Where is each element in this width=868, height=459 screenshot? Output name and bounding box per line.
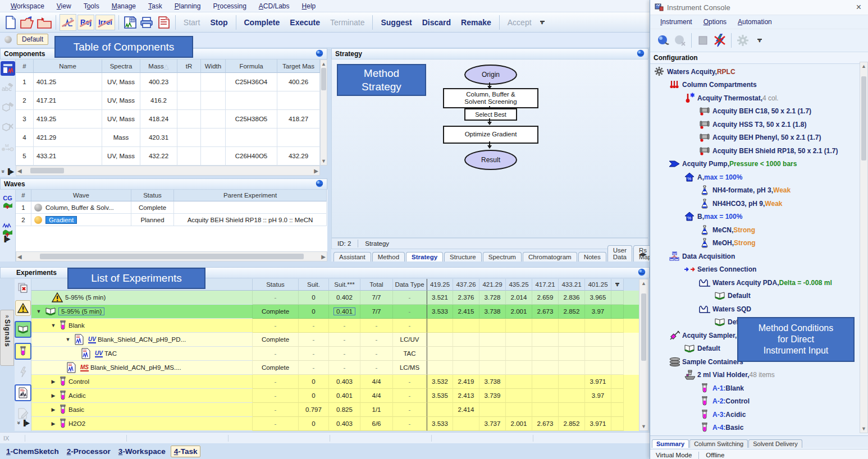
column-header-total[interactable]: Total (360, 279, 393, 291)
menu-item-workspace[interactable]: Workspace (4, 1, 51, 11)
execute-button[interactable]: Execute (285, 18, 325, 27)
tree-item[interactable]: NH4-formate, pH 3, Weak (650, 184, 868, 198)
column-header-width[interactable]: Width (201, 59, 226, 73)
app-tab-3workspace[interactable]: 3-Workspace (116, 446, 168, 457)
column-header-parentexperiment[interactable]: Parent Experiment (174, 190, 327, 201)
table-row[interactable]: 4421.29Mass420.31 (16, 128, 320, 147)
tab-chromatogram[interactable]: Chromatogram (523, 252, 577, 261)
terminate-button[interactable]: Terminate (325, 18, 369, 27)
column-header-datatype[interactable]: Data Type (393, 279, 427, 291)
menu-item-tools[interactable]: Tools (77, 1, 106, 11)
globe-icon[interactable] (637, 49, 645, 59)
dropdown-more-button[interactable]: ▼ (752, 33, 768, 48)
table-row[interactable]: 2417.21UV, Mass416.2 (16, 91, 320, 110)
discard-button[interactable]: Discard (417, 18, 456, 27)
open-folder-button[interactable] (20, 15, 35, 30)
tree-item[interactable]: MeCN, Strong (650, 223, 868, 237)
print-button[interactable] (139, 15, 155, 30)
new-document-button[interactable] (3, 15, 19, 30)
app-tab-4task[interactable]: 4-Task (171, 446, 201, 457)
table-row[interactable]: 2GradientPlannedAcquity BEH Shield RP18 … (16, 214, 327, 226)
erase-structure-button[interactable] (1, 100, 15, 115)
column-header-suit[interactable]: Suit.*** (329, 279, 360, 291)
mass-convert-button[interactable]: M (1, 140, 15, 154)
signals-vertical-tab[interactable]: » Signals (0, 310, 14, 366)
menu-item-view[interactable]: View (51, 1, 77, 11)
experiment-row[interactable]: ▶H2O2-00.4036/6-3.5333.7372.0012.6732.85… (31, 417, 639, 431)
erase-name-button[interactable]: abc (1, 81, 15, 95)
tree-item[interactable]: A-1: Blank (650, 382, 868, 395)
bolt-button[interactable] (16, 365, 30, 379)
components-strip-more[interactable]: »▐▶ (0, 166, 16, 177)
column-header-suit[interactable]: Suit. (299, 279, 329, 291)
default-preset-button[interactable]: Default (17, 34, 48, 45)
tree-item[interactable]: NH4HCO3, pH 9, Weak (650, 197, 868, 210)
method-book-button[interactable] (15, 321, 31, 338)
column-options-button[interactable]: ▼ (611, 279, 624, 291)
table-row[interactable]: 3419.25UV, Mass418.24C25H38O5418.27 (16, 110, 320, 128)
column-header-mass-433.21[interactable]: 433.21 (559, 279, 585, 291)
tree-item[interactable]: MeOH, Strong (650, 237, 868, 250)
expand-icon[interactable]: ▶ (49, 379, 57, 384)
console-menu-item-options[interactable]: Options (698, 17, 732, 27)
experiments-vertical-scrollbar[interactable]: ▲▼ (639, 279, 648, 431)
experiment-row[interactable]: ▶Control-00.4034/4-3.5322.4193.7383.971 (31, 375, 639, 389)
tab-scroll-arrows[interactable]: ◀▶ (639, 251, 647, 257)
tree-item[interactable]: Acquity BEH Shield RP18, 50 x 2.1 (1.7) (650, 144, 868, 158)
accept-button[interactable]: Accept (502, 18, 537, 27)
table-row[interactable]: 5433.21UV, Mass432.22C26H40O5432.29 (16, 147, 320, 166)
waves-horizontal-scrollbar[interactable]: ◀▶ (16, 251, 327, 261)
experiment-row[interactable]: 5-95% (5 min)-00.4027/7-3.5212.3763.7282… (31, 291, 639, 305)
tree-item[interactable]: Acquity BEH Phenyl, 50 x 2.1 (1.7) (650, 131, 868, 145)
tree-item[interactable]: ✱Acquity Thermostat, 4 col. (650, 91, 868, 105)
waves-strip-more[interactable]: ▐▶ (2, 236, 11, 242)
experiment-row[interactable]: ▶Acidic-00.4014/4-3.5352.4133.7393.97 (31, 389, 639, 403)
menu-item-acdlabs[interactable]: ACD/Labs (253, 1, 296, 11)
tab-notes[interactable]: Notes (578, 252, 606, 261)
tree-item[interactable]: A-4: Basic (650, 421, 868, 435)
menu-item-manage[interactable]: Manage (106, 1, 142, 11)
stop-button[interactable]: Stop (205, 18, 232, 27)
components-vertical-scrollbar[interactable]: ▲▼ (320, 59, 327, 166)
flow-screening-node[interactable]: Column, Buffer &Solvent Screening (443, 88, 538, 108)
experiments-strip-more[interactable]: »▐▶ (16, 420, 31, 426)
menu-item-task[interactable]: Task (142, 1, 168, 11)
abort-bolt-button[interactable] (712, 33, 728, 48)
column-header-spectra[interactable]: Spectra (102, 59, 140, 73)
report-table-button[interactable] (122, 15, 138, 30)
column-header-tr[interactable]: tR (177, 59, 201, 73)
experiment-row[interactable]: MSBlank_Shield_ACN_pH9_MS....Complete---… (31, 361, 639, 375)
import-folder-button[interactable] (36, 15, 52, 30)
table-row[interactable]: 1Column, Buffer & Solv...Complete (16, 201, 327, 214)
flow-select-best-node[interactable]: Select Best (464, 108, 517, 121)
tree-item[interactable]: Acquity BEH C18, 50 x 2.1 (1.7) (650, 105, 868, 118)
tree-item[interactable]: 2 ml Vial Holder, 48 items (650, 369, 868, 382)
globe-icon[interactable] (638, 268, 646, 278)
irrelevant-button[interactable]: Irrel (95, 15, 115, 30)
complete-button[interactable]: Complete (239, 18, 285, 27)
column-header-#[interactable]: # (16, 59, 34, 73)
table-row[interactable]: 1401.25UV, Mass400.23C25H36O4400.26 (16, 73, 320, 91)
collapse-icon[interactable]: ▼ (64, 337, 72, 342)
app-tab-2processor[interactable]: 2-Processor (64, 446, 113, 457)
experiment-row[interactable]: UVTAC----TAC (31, 347, 639, 361)
column-header-mass-435.25[interactable]: 435.25 (506, 279, 532, 291)
menu-item-help[interactable]: Help (296, 1, 322, 11)
column-header-formula[interactable]: Formula (226, 59, 277, 73)
expand-icon[interactable]: ▶ (49, 393, 57, 398)
column-header-mass-401.25[interactable]: 401.25 (585, 279, 611, 291)
globe-icon[interactable] (316, 180, 323, 189)
tab-user-data[interactable]: User Data (607, 245, 632, 261)
tree-item[interactable]: Data Acquisition (650, 250, 868, 263)
collapse-icon[interactable]: ▼ (35, 309, 43, 314)
disconnect-button[interactable] (672, 33, 688, 48)
tab-method[interactable]: Method (372, 252, 405, 261)
delete-structure-button[interactable] (1, 120, 15, 135)
expand-icon[interactable]: ▶ (49, 407, 57, 412)
remake-button[interactable]: Remake (456, 18, 496, 27)
stop-square-button[interactable] (695, 33, 711, 48)
console-tab-summary[interactable]: Summary (652, 439, 689, 448)
console-tree-scrollbar[interactable]: ▲▼ (860, 62, 868, 433)
globe-icon[interactable] (316, 49, 323, 59)
close-icon[interactable]: × (854, 2, 864, 12)
